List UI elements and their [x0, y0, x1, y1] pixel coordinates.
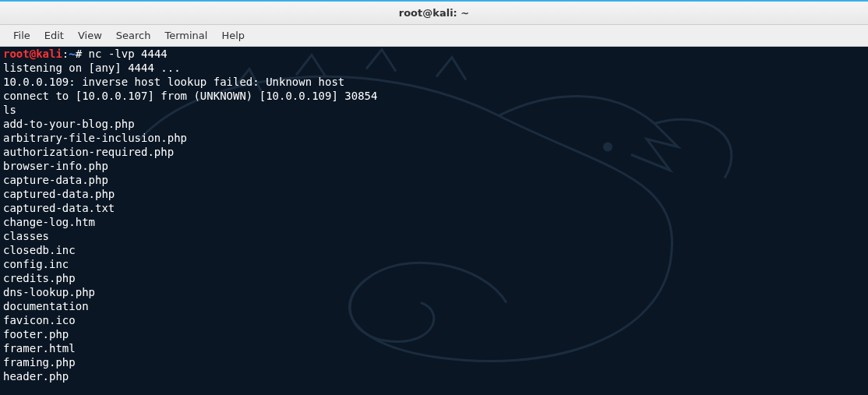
terminal-command: nc -lvp 4444 [89, 48, 168, 60]
menu-view[interactable]: View [71, 26, 109, 44]
menu-file[interactable]: File [6, 26, 37, 44]
terminal-output-line: favicon.ico [3, 314, 76, 326]
terminal-output-line: connect to [10.0.0.107] from (UNKNOWN) [… [3, 90, 377, 102]
prompt-user-host: root@kali [3, 48, 62, 60]
terminal-output-line: ls [3, 104, 16, 116]
terminal-output-line: classes [3, 230, 49, 242]
menu-terminal[interactable]: Terminal [157, 26, 214, 44]
terminal-output-line: authorization-required.php [3, 146, 174, 158]
terminal-output-line: add-to-your-blog.php [3, 118, 135, 130]
menu-search[interactable]: Search [109, 26, 158, 44]
terminal-output-line: framer.html [3, 342, 76, 354]
terminal-output-line: listening on [any] 4444 ... [3, 62, 181, 74]
menu-bar: File Edit View Search Terminal Help [0, 25, 868, 47]
terminal-output-line: 10.0.0.109: inverse host lookup failed: … [3, 76, 344, 88]
terminal-output-line: config.inc [3, 258, 69, 270]
terminal-output-line: header.php [3, 370, 69, 383]
terminal-content: root@kali:~# nc -lvp 4444 listening on [… [3, 47, 865, 383]
title-bar: root@kali: ~ [0, 2, 868, 25]
terminal-output-line: captured-data.txt [3, 202, 115, 214]
prompt-hash: # [76, 48, 89, 60]
terminal-output-line: arbitrary-file-inclusion.php [3, 132, 187, 144]
window-title: root@kali: ~ [399, 7, 469, 19]
menu-edit[interactable]: Edit [37, 26, 71, 44]
terminal-output-line: credits.php [3, 272, 76, 284]
terminal-output-line: dns-lookup.php [3, 286, 95, 298]
terminal-area[interactable]: root@kali:~# nc -lvp 4444 listening on [… [0, 47, 868, 395]
terminal-output-line: documentation [3, 300, 89, 312]
terminal-output-line: change-log.htm [3, 216, 95, 228]
terminal-output-line: browser-info.php [3, 160, 108, 172]
terminal-output-line: capture-data.php [3, 174, 108, 186]
terminal-output-line: framing.php [3, 356, 76, 369]
terminal-output-line: captured-data.php [3, 188, 115, 200]
prompt-path: ~ [69, 48, 75, 60]
terminal-window: root@kali: ~ File Edit View Search Termi… [0, 0, 868, 395]
terminal-output-line: closedb.inc [3, 244, 76, 256]
terminal-output-line: footer.php [3, 328, 69, 340]
menu-help[interactable]: Help [214, 26, 252, 44]
